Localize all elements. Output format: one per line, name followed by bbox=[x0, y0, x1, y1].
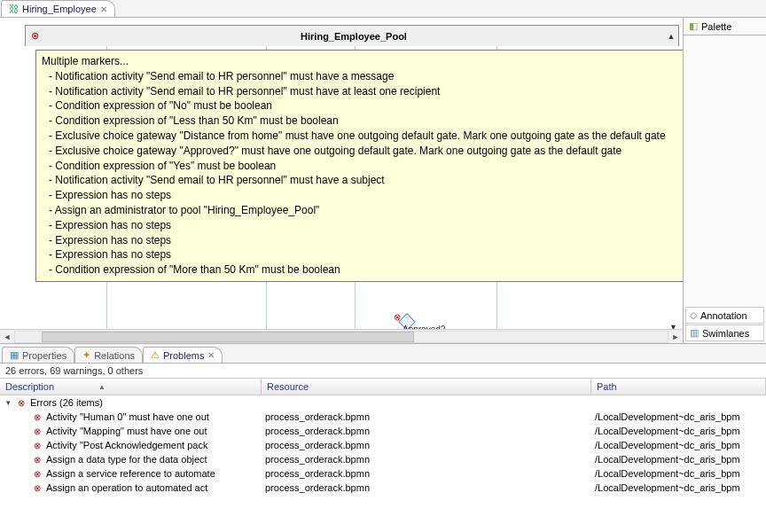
row-description: Assign a service reference to automate bbox=[46, 468, 215, 479]
tooltip-line: - Condition expression of "No" must be b… bbox=[42, 98, 683, 113]
row-resource: process_orderack.bpmn bbox=[262, 468, 591, 479]
pool-title: Hiring_Employee_Pool bbox=[43, 31, 664, 42]
tooltip-line: - Expression has no steps bbox=[42, 233, 683, 248]
table-row[interactable]: ⊗Assign an operation to automated actpro… bbox=[0, 481, 766, 495]
tab-properties[interactable]: ▦ Properties bbox=[2, 347, 74, 363]
tooltip-line: - Condition expression of "Less than 50 … bbox=[42, 113, 683, 129]
row-path: /LocalDevelopment~dc_aris_bpm bbox=[591, 426, 766, 436]
tooltip-line: - Assign an administrator to pool "Hirin… bbox=[42, 203, 683, 218]
error-icon: ⊗ bbox=[32, 426, 43, 436]
column-label: Description bbox=[5, 381, 54, 392]
row-description: Activity "Human 0" must have one out bbox=[46, 411, 209, 422]
editor-tab-label: Hiring_Employee bbox=[22, 4, 97, 14]
scroll-left-icon[interactable]: ◄ bbox=[0, 332, 14, 341]
validation-tooltip: Multiple markers... - Notification activ… bbox=[35, 50, 683, 282]
row-path: /LocalDevelopment~dc_aris_bpm bbox=[591, 468, 766, 479]
chevron-up-icon[interactable]: ▲ bbox=[664, 32, 678, 41]
palette-panel: ◧ Palette ◇ Annotation ▥ Swimlanes bbox=[683, 18, 766, 343]
table-row[interactable]: ⊗Activity "Post Acknowledgement packproc… bbox=[0, 438, 766, 452]
palette-body: ◇ Annotation ▥ Swimlanes bbox=[684, 35, 766, 343]
tooltip-line: - Exclusive choice gateway "Approved?" m… bbox=[42, 144, 683, 159]
close-icon[interactable]: ✕ bbox=[207, 350, 215, 360]
table-row[interactable]: ⊗Activity "Human 0" must have one outpro… bbox=[0, 410, 766, 424]
tooltip-line: - Notification activity "Send email to H… bbox=[42, 84, 683, 99]
column-header-resource[interactable]: Resource bbox=[262, 379, 591, 395]
tooltip-line: - Exclusive choice gateway "Distance fro… bbox=[42, 129, 683, 144]
tab-label: Properties bbox=[22, 350, 66, 361]
column-header-path[interactable]: Path bbox=[591, 379, 766, 395]
tooltip-line: - Expression has no steps bbox=[42, 188, 683, 203]
problems-rows: ▾ ⊗ Errors (26 items) ⊗Activity "Human 0… bbox=[0, 395, 766, 518]
error-icon: ⊗ bbox=[26, 30, 43, 42]
tooltip-line: - Expression has no steps bbox=[42, 247, 683, 262]
problems-summary: 26 errors, 69 warnings, 0 others bbox=[0, 364, 766, 378]
sort-asc-icon: ▲ bbox=[98, 383, 106, 391]
row-resource: process_orderack.bpmn bbox=[262, 440, 591, 450]
error-icon: ⊗ bbox=[32, 455, 43, 465]
tab-label: Relations bbox=[94, 350, 135, 361]
table-row[interactable]: ⊗Assign a data type for the data objectp… bbox=[0, 452, 766, 466]
tab-problems[interactable]: ⚠ Problems ✕ bbox=[143, 347, 223, 363]
tooltip-line: - Expression has no steps bbox=[42, 218, 683, 233]
swimlanes-icon: ▥ bbox=[690, 327, 699, 339]
annotation-icon: ◇ bbox=[690, 309, 697, 321]
palette-item-swimlanes[interactable]: ▥ Swimlanes bbox=[685, 325, 764, 341]
table-row[interactable]: ⊗Activity "Mapping" must have one outpro… bbox=[0, 424, 766, 438]
collapse-icon[interactable]: ▾ bbox=[4, 398, 12, 407]
error-icon: ⊗ bbox=[16, 398, 27, 408]
canvas-hscrollbar[interactable]: ◄ ► bbox=[0, 329, 683, 343]
problems-icon: ⚠ bbox=[151, 349, 160, 361]
pool-header[interactable]: ⊗ Hiring_Employee_Pool ▲ bbox=[25, 25, 679, 46]
error-icon: ⊗ bbox=[394, 312, 401, 322]
row-path: /LocalDevelopment~dc_aris_bpm bbox=[591, 454, 766, 465]
row-description: Assign an operation to automated act bbox=[46, 482, 207, 493]
row-description: Activity "Post Acknowledgement pack bbox=[46, 440, 207, 450]
process-icon: ⛓ bbox=[9, 4, 19, 14]
palette-item-label: Annotation bbox=[700, 310, 747, 321]
tooltip-line: - Condition expression of "More than 50 … bbox=[42, 262, 683, 278]
tooltip-header: Multiple markers... bbox=[42, 54, 683, 69]
process-canvas[interactable]: ⊗ Hiring_Employee_Pool ▲ ⊗ Approved? ▼ M… bbox=[0, 18, 683, 343]
palette-icon: ◧ bbox=[689, 20, 698, 32]
close-icon[interactable]: ✕ bbox=[100, 4, 107, 14]
row-resource: process_orderack.bpmn bbox=[262, 426, 591, 436]
row-description: Activity "Mapping" must have one out bbox=[46, 426, 207, 436]
tooltip-line: - Notification activity "Send email to H… bbox=[42, 69, 683, 84]
editor-area: ⊗ Hiring_Employee_Pool ▲ ⊗ Approved? ▼ M… bbox=[0, 18, 766, 344]
scrollbar-thumb[interactable] bbox=[42, 332, 414, 342]
tooltip-line: - Notification activity "Send email to H… bbox=[42, 173, 683, 188]
palette-item-label: Swimlanes bbox=[702, 328, 749, 339]
error-icon: ⊗ bbox=[32, 483, 43, 493]
palette-title: Palette bbox=[701, 21, 731, 32]
row-path: /LocalDevelopment~dc_aris_bpm bbox=[591, 411, 766, 422]
row-path: /LocalDevelopment~dc_aris_bpm bbox=[591, 482, 766, 493]
tab-relations[interactable]: ✦ Relations bbox=[74, 347, 143, 363]
table-row[interactable]: ⊗Assign a service reference to automatep… bbox=[0, 466, 766, 481]
row-path: /LocalDevelopment~dc_aris_bpm bbox=[591, 440, 766, 450]
relations-icon: ✦ bbox=[82, 349, 90, 361]
properties-icon: ▦ bbox=[10, 349, 19, 361]
palette-item-annotation[interactable]: ◇ Annotation bbox=[685, 307, 764, 324]
scrollbar-track[interactable] bbox=[14, 331, 668, 343]
palette-header[interactable]: ◧ Palette bbox=[684, 18, 766, 35]
tooltip-line: - Condition expression of "Yes" must be … bbox=[42, 159, 683, 174]
error-icon: ⊗ bbox=[32, 412, 43, 422]
problems-table-header: Description ▲ Resource Path bbox=[0, 378, 766, 395]
error-icon: ⊗ bbox=[32, 469, 43, 479]
editor-tabbar: ⛓ Hiring_Employee ✕ bbox=[0, 0, 766, 18]
tab-label: Problems bbox=[163, 350, 204, 361]
row-description: Assign a data type for the data object bbox=[46, 454, 207, 465]
group-label: Errors (26 items) bbox=[30, 397, 103, 408]
row-resource: process_orderack.bpmn bbox=[262, 482, 591, 493]
row-resource: process_orderack.bpmn bbox=[262, 411, 591, 422]
view-tabbar: ▦ Properties ✦ Relations ⚠ Problems ✕ bbox=[0, 344, 766, 364]
column-header-description[interactable]: Description ▲ bbox=[0, 379, 262, 395]
bottom-panel: ▦ Properties ✦ Relations ⚠ Problems ✕ 26… bbox=[0, 344, 766, 518]
editor-tab-hiring-employee[interactable]: ⛓ Hiring_Employee ✕ bbox=[1, 0, 115, 17]
problems-group-errors[interactable]: ▾ ⊗ Errors (26 items) bbox=[0, 395, 766, 410]
scroll-right-icon[interactable]: ► bbox=[668, 332, 683, 341]
row-resource: process_orderack.bpmn bbox=[262, 454, 591, 465]
error-icon: ⊗ bbox=[32, 441, 43, 450]
